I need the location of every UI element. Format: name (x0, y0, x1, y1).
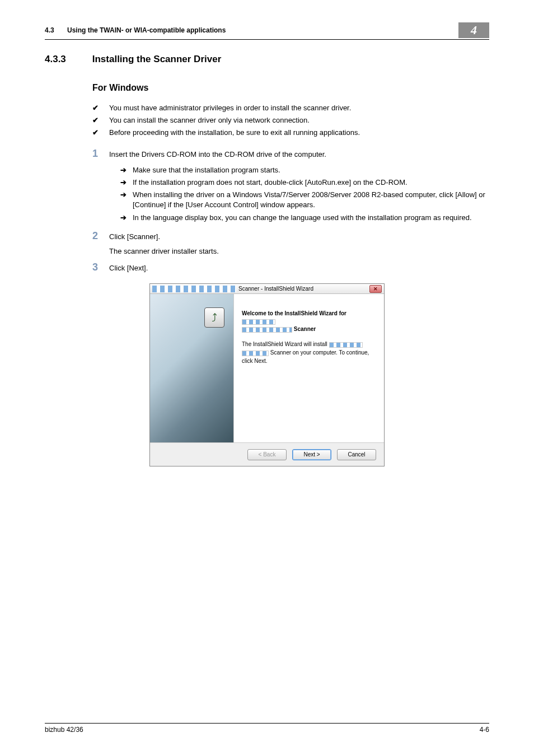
arrow-right-icon: ➔ (120, 213, 133, 223)
page-footer: bizhub 42/36 4-6 (45, 723, 489, 734)
list-item: ✔You must have administrator privileges … (92, 103, 489, 113)
list-item: ➔In the language display box, you can ch… (120, 213, 489, 223)
prerequisites-list: ✔You must have administrator privileges … (92, 103, 489, 138)
section-number: 4.3.3 (45, 54, 90, 65)
cancel-button[interactable]: Cancel (337, 449, 376, 460)
dialog-title: Scanner - InstallShield Wizard (238, 286, 369, 292)
header-section-title: Using the TWAIN- or WIA-compatible appli… (67, 26, 226, 34)
subheading: For Windows (92, 83, 489, 93)
welcome-heading: Welcome to the InstallShield Wizard for … (242, 310, 374, 333)
arrow-right-icon: ➔ (120, 165, 133, 175)
step-1: 1 Insert the Drivers CD-ROM into the CD-… (92, 148, 489, 225)
substep-text: Make sure that the installation program … (133, 165, 280, 175)
check-icon: ✔ (92, 128, 109, 138)
header-section-number: 4.3 (45, 26, 54, 34)
list-item: ✔Before proceeding with the installation… (92, 128, 489, 138)
page-header: 4.3 Using the TWAIN- or WIA-compatible a… (45, 22, 489, 40)
redacted-icon (242, 319, 275, 325)
arrow-right-icon: ➔ (120, 190, 133, 210)
prereq-text: Before proceeding with the installation,… (109, 128, 360, 138)
titlebar: Scanner - InstallShield Wizard ✕ (150, 284, 384, 294)
prereq-text: You must have administrator privileges i… (109, 103, 351, 113)
list-item: ✔You can install the scanner driver only… (92, 115, 489, 125)
chapter-tab: 4 (458, 22, 489, 38)
redacted-icon (329, 342, 363, 348)
welcome-description: The InstallShield Wizard will install Sc… (242, 340, 374, 365)
step-result: The scanner driver installer starts. (109, 246, 489, 256)
section-heading: 4.3.3 Installing the Scanner Driver (45, 54, 489, 65)
step-number: 1 (92, 148, 109, 225)
footer-product: bizhub 42/36 (45, 726, 83, 734)
wizard-banner: ⤴ (150, 294, 234, 442)
button-row: < Back Next > Cancel (150, 442, 384, 466)
installer-icon: ⤴ (204, 307, 224, 328)
step-3: 3 Click [Next]. (92, 262, 489, 273)
redacted-icon (242, 351, 269, 356)
step-number: 3 (92, 262, 109, 273)
prereq-text: You can install the scanner driver only … (109, 115, 310, 125)
step-text: Insert the Drivers CD-ROM into the CD-RO… (109, 148, 489, 160)
list-item: ➔If the installation program does not st… (120, 178, 489, 188)
redacted-icon (242, 327, 292, 333)
substep-text: When installing the driver on a Windows … (133, 190, 489, 210)
step-2: 2 Click [Scanner]. The scanner driver in… (92, 231, 489, 256)
check-icon: ✔ (92, 103, 109, 113)
step-number: 2 (92, 231, 109, 256)
substep-text: If the installation program does not sta… (133, 178, 407, 188)
section-title: Installing the Scanner Driver (92, 54, 222, 64)
arrow-right-icon: ➔ (120, 178, 133, 188)
substep-text: In the language display box, you can cha… (133, 213, 472, 223)
installer-dialog: Scanner - InstallShield Wizard ✕ ⤴ Welco… (149, 283, 385, 466)
list-item: ➔When installing the driver on a Windows… (120, 190, 489, 210)
redacted-icon (152, 286, 236, 292)
footer-page: 4-6 (480, 726, 489, 734)
list-item: ➔Make sure that the installation program… (120, 165, 489, 175)
back-button[interactable]: < Back (247, 449, 287, 460)
check-icon: ✔ (92, 115, 109, 125)
close-button[interactable]: ✕ (369, 285, 382, 293)
step-text: Click [Next]. (109, 262, 489, 273)
step-text: Click [Scanner]. (109, 231, 489, 242)
next-button[interactable]: Next > (292, 449, 331, 460)
substeps-list: ➔Make sure that the installation program… (120, 165, 489, 223)
